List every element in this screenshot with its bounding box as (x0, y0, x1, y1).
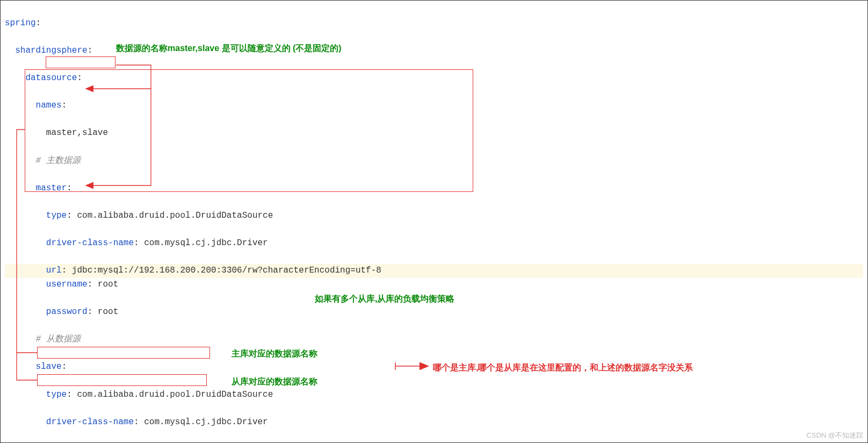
annotation-which: 哪个是主库,哪个是从库是在这里配置的，和上述的数据源名字没关系 (433, 361, 693, 375)
value-names: master,slave (46, 128, 108, 138)
annotation-lb: 如果有多个从库,从库的负载均衡策略 (315, 292, 454, 306)
watermark: CSDN @不知迷踪 (806, 430, 863, 441)
key-master: master (36, 183, 67, 193)
annotation-names: 数据源的名称master,slave 是可以随意定义的 (不是固定的) (116, 41, 342, 55)
key-username: username (46, 280, 88, 289)
key-names: names (36, 101, 62, 110)
key-shardingsphere: shardingsphere (15, 46, 87, 55)
annotation-sdsn: 从库对应的数据源名称 (232, 375, 317, 389)
key-url-master: url (46, 266, 62, 275)
key-password: password (46, 307, 88, 317)
key-datasource: datasource (25, 73, 77, 83)
key-type: type (46, 211, 67, 220)
yaml-config: spring: shardingsphere: datasource: name… (5, 3, 863, 443)
key-slave: slave (36, 362, 62, 371)
code-block: spring: shardingsphere: datasource: name… (0, 0, 868, 443)
annotation-mdsn: 主库对应的数据源名称 (232, 347, 317, 361)
key-spring: spring (5, 18, 36, 28)
comment-master-src: # 主数据源 (36, 156, 81, 166)
comment-slave-src: # 从数据源 (36, 334, 81, 344)
key-driver: driver-class-name (46, 238, 134, 248)
